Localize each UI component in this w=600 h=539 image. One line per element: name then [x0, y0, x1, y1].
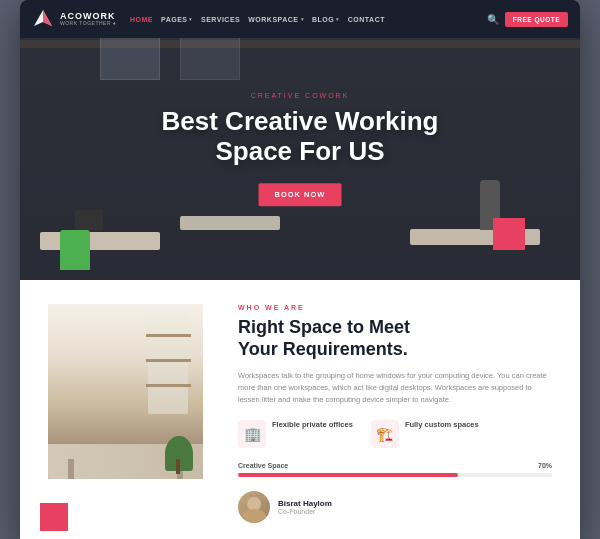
- hero-content: CREATIVE COWORK Best Creative Working Sp…: [162, 92, 439, 206]
- hero-title: Best Creative Working Space For US: [162, 107, 439, 167]
- hero-section: ACOWORK WORK TOGETHER ♦ HOME PAGES ▾ SER…: [20, 0, 580, 280]
- logo[interactable]: ACOWORK WORK TOGETHER ♦: [32, 8, 116, 30]
- office-image-column: [48, 304, 218, 523]
- progress-section: Creative Space 70%: [238, 462, 552, 477]
- logo-tagline: WORK TOGETHER ♦: [60, 21, 116, 26]
- chevron-down-icon: ▾: [189, 16, 193, 22]
- section-title: Right Space to Meet Your Requirements.: [238, 317, 552, 360]
- navbar: ACOWORK WORK TOGETHER ♦ HOME PAGES ▾ SER…: [20, 0, 580, 38]
- office-image: [48, 304, 203, 479]
- nav-contact[interactable]: CONTACT: [348, 16, 385, 23]
- avatar-row: Bisrat Haylom Co-Founder: [238, 491, 552, 523]
- feature-custom-spaces: 🏗️ Fully custom spaces: [371, 420, 479, 448]
- shelf-2: [146, 359, 191, 362]
- monitor-1: [75, 210, 103, 230]
- building-icon: 🏢: [244, 426, 261, 442]
- image-pink-accent: [40, 503, 68, 531]
- avatar: [238, 491, 270, 523]
- tools-icon: 🏗️: [376, 426, 393, 442]
- shelf-3: [146, 384, 191, 387]
- feature-icon-wrap-1: 🏢: [238, 420, 266, 448]
- progress-percent: 70%: [538, 462, 552, 469]
- chevron-down-icon: ▾: [336, 16, 340, 22]
- nav-items: HOME PAGES ▾ SERVICES WORKSPACE ▾ BLOG ▾…: [130, 16, 483, 23]
- avatar-info: Bisrat Haylom Co-Founder: [278, 499, 332, 515]
- progress-label-row: Creative Space 70%: [238, 462, 552, 469]
- feature-label-1: Flexible private offices: [272, 420, 353, 430]
- right-text-column: WHO WE ARE Right Space to Meet Your Requ…: [238, 304, 552, 523]
- feature-label-2: Fully custom spaces: [405, 420, 479, 430]
- shelf-1: [146, 334, 191, 337]
- browser-window: ACOWORK WORK TOGETHER ♦ HOME PAGES ▾ SER…: [20, 0, 580, 539]
- logo-icon: [32, 8, 54, 30]
- nav-home[interactable]: HOME: [130, 16, 153, 23]
- desk-leg-left: [68, 459, 74, 479]
- avatar-role: Co-Founder: [278, 508, 332, 515]
- progress-bar-fill: [238, 473, 458, 477]
- free-quote-button[interactable]: FREE QUOTE: [505, 12, 568, 27]
- chevron-down-icon: ▾: [301, 16, 305, 22]
- nav-services[interactable]: SERVICES: [201, 16, 240, 23]
- decorative-pink-square: [493, 218, 525, 250]
- feature-flexible-offices: 🏢 Flexible private offices: [238, 420, 353, 448]
- features-list: 🏢 Flexible private offices 🏗️ Fully cust…: [238, 420, 552, 448]
- avatar-name: Bisrat Haylom: [278, 499, 332, 508]
- hero-subtitle: CREATIVE COWORK: [162, 92, 439, 99]
- svg-marker-1: [43, 10, 52, 26]
- progress-label: Creative Space: [238, 462, 288, 469]
- search-icon[interactable]: 🔍: [487, 14, 499, 25]
- book-now-button[interactable]: BOOK NOW: [259, 183, 342, 206]
- nav-pages[interactable]: PAGES ▾: [161, 16, 193, 23]
- desk-1: [40, 232, 160, 250]
- progress-bar-background: [238, 473, 552, 477]
- nav-workspace[interactable]: WORKSPACE ▾: [248, 16, 304, 23]
- desk-2: [180, 216, 280, 230]
- chair-1: [60, 230, 90, 270]
- section-description: Workspaces talk to the grouping of home …: [238, 370, 552, 406]
- nav-blog[interactable]: BLOG ▾: [312, 16, 340, 23]
- content-section: WHO WE ARE Right Space to Meet Your Requ…: [20, 280, 580, 539]
- plant-stem: [176, 459, 180, 474]
- who-we-are-label: WHO WE ARE: [238, 304, 552, 311]
- feature-icon-wrap-2: 🏗️: [371, 420, 399, 448]
